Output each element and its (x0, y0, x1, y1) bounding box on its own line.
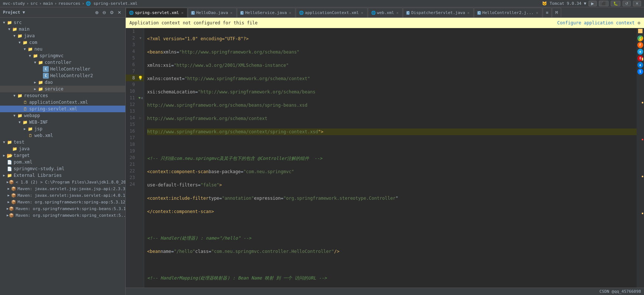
tree-item-dao[interactable]: ▶ 📁 dao (0, 79, 125, 86)
code-line-9 (147, 142, 637, 148)
tab-hello-dao[interactable]: C HelloDao.java ✕ (188, 8, 237, 17)
tab-close-hello-service[interactable]: ✕ (288, 11, 292, 15)
firefox-icon[interactable]: F (637, 42, 643, 48)
tab-close-hello-dao[interactable]: ✕ (230, 11, 233, 15)
tree-item-controller[interactable]: ▼ 📁 controller (0, 59, 125, 66)
pom-icon: 📄 (7, 159, 13, 165)
tree-item-webinf[interactable]: ▼ 📁 WEB-INF (0, 119, 125, 126)
tree-item-test[interactable]: ▼ 📁 test (0, 139, 125, 145)
code-line-13: <context:include-filter type="annotation… (147, 195, 637, 202)
tree-item-servlet-api[interactable]: ▶ 📦 Maven: javax.servlet:javax.servlet-a… (0, 192, 125, 199)
breadcrumb-bar: mvc-study › src › main › resources › 🌐 s… (0, 0, 644, 7)
lib-icon: 📦 (9, 212, 14, 218)
tab-close-spring-servlet[interactable]: ✕ (180, 11, 184, 15)
close-button[interactable]: ✕ (633, 1, 641, 6)
tree-item-service[interactable]: ▶ 📁 service (0, 86, 125, 92)
tab-webxml[interactable]: 🌐 web.xml ✕ (368, 8, 403, 17)
tree-item-java[interactable]: ▼ 📁 java (0, 32, 125, 39)
scroll-marker-2 (642, 176, 643, 177)
tab-spring-servlet[interactable]: 🌐 spring-servlet.xml ✕ (126, 8, 187, 17)
java-file-icon: C (43, 73, 49, 79)
tree-item-iml[interactable]: 📄 springmvc-study.iml (0, 165, 125, 172)
tree-item-src[interactable]: ▼ 📁 src (0, 19, 125, 26)
bulb-icon[interactable]: 💡 (138, 76, 143, 80)
tree-item-webapp[interactable]: ▼ 📁 webapp (0, 112, 125, 119)
breadcrumb-part: main (43, 1, 53, 6)
tab-hello-service[interactable]: C HelloService.java ✕ (237, 8, 295, 17)
tab-hello-controller2[interactable]: C HelloController2.j... ✕ (474, 8, 542, 17)
tree-label: test (14, 140, 24, 145)
tree-item-spring-servlet[interactable]: 🗒 spring-servlet.xml (0, 106, 125, 112)
sidebar-actions[interactable]: ⊕ ⊖ ⚙ ✕ (94, 10, 122, 16)
fold-close-icon[interactable]: ▷ (139, 116, 141, 120)
scroll-marker-warning (642, 58, 643, 61)
edge-icon[interactable]: e (637, 62, 643, 68)
folder-icon: 📁 (7, 20, 13, 25)
reload-button[interactable]: ↺ (623, 1, 631, 6)
lib-icon: 📦 (11, 192, 17, 198)
tab-close-webxml[interactable]: ✕ (396, 11, 399, 15)
tab-close-hello-controller2[interactable]: ✕ (535, 11, 539, 15)
warning-bar: Application context not configured for t… (126, 18, 644, 28)
safari-icon[interactable]: S (637, 69, 643, 75)
tree-item-spring-beans[interactable]: ▶ 📦 Maven: org.springframework:spring-be… (0, 205, 125, 212)
tree-label: applicationContext.xml (29, 100, 88, 105)
close-sidebar-icon[interactable]: ✕ (116, 10, 122, 16)
gutter-row-14: 14 ▷ (126, 114, 144, 121)
tree-item-main[interactable]: ▼ 📁 main (0, 26, 125, 32)
collapse-icon[interactable]: ⊖ (101, 10, 107, 16)
tab-label: HelloDao.java (196, 10, 228, 15)
add-icon[interactable]: ⊕ (94, 10, 100, 16)
tree-arrow: ▼ (1, 21, 7, 24)
folder-icon: 📁 (38, 86, 44, 92)
stop-button[interactable]: ⬛ (599, 1, 609, 6)
tree-item-jdk[interactable]: ▶ 📦 < 1.8 (2) > C:\Program Files\Java\jd… (0, 179, 125, 185)
tree-item-external-libs[interactable]: ▶ 📁 External Libraries (0, 172, 125, 179)
tree-item-hello-controller2[interactable]: C HelloController2 (0, 72, 125, 79)
fold-icon[interactable]: ▼ (139, 36, 141, 40)
tree-item-app-context[interactable]: 🗒 applicationContext.xml (0, 99, 125, 106)
tab-close-dispatcher[interactable]: ✕ (467, 11, 470, 15)
tree-label: < 1.8 (2) > C:\Program Files\Java\jdk1.8… (16, 180, 125, 185)
tree-item-spring-context[interactable]: ▶ 📦 Maven: org.springframework:spring_co… (0, 212, 125, 219)
tree-item-jsp[interactable]: ▶ 📁 jsp (0, 126, 125, 132)
tree-arrow (1, 167, 7, 171)
tree-item-com[interactable]: ▼ 📁 com (0, 39, 125, 46)
tree-item-target[interactable]: ▶ 📂 target (0, 152, 125, 159)
tree-item-webxml[interactable]: 🗒 web.xml (0, 132, 125, 139)
chrome-icon[interactable]: C (637, 35, 643, 41)
tab-overflow[interactable]: ≡ (543, 8, 552, 17)
tree-label: springmvc-study.iml (14, 166, 64, 171)
ie-icon[interactable]: e (637, 49, 643, 55)
run-button[interactable]: ▶ (589, 1, 597, 6)
gutter-row-1: 1 (126, 28, 144, 35)
gutter-row-21: 21 (126, 161, 144, 168)
tree-label: webapp (24, 113, 40, 118)
tree-item-resources[interactable]: ▼ 📁 resources (0, 92, 125, 99)
tree-arrow: ▶ (22, 127, 27, 131)
tab-app-context[interactable]: 🌐 applicationContext.xml ✕ (296, 8, 367, 17)
xml-file-icon: 🗒 (22, 99, 28, 105)
tree-item-jsp-api[interactable]: ▶ 📦 Maven: javax.servlet.jsp:javax.jsp-a… (0, 185, 125, 192)
tree-item-springmvc[interactable]: ▼ 📁 springmvc (0, 52, 125, 59)
code-content[interactable]: <?xml version="1.0" encoding="UTF-8"?> <… (144, 28, 637, 288)
settings-icon[interactable]: ⚙ (109, 10, 115, 16)
tree-arrow: ▶ (7, 193, 11, 197)
tree-item-test-java[interactable]: 📁 java (0, 145, 125, 152)
tree-item-hello-controller[interactable]: C HelloController (0, 66, 125, 72)
tab-close-app-context[interactable]: ✕ (360, 11, 364, 15)
tree-label: WEB-INF (29, 120, 48, 125)
tree-arrow: ▶ (1, 174, 7, 177)
code-line-6: http://www.springframework.org/schema/be… (147, 102, 637, 109)
tree-item-neu[interactable]: ▼ 📁 neu (0, 46, 125, 52)
gutter-row-11: 11 ▼ ◁ (126, 95, 144, 101)
code-line-16: <!-- Handler(处理器) : name="/hello" --> (147, 235, 637, 241)
tree-item-spring-aop[interactable]: ▶ 📦 Maven: org.springframework:spring-ao… (0, 199, 125, 205)
configure-link[interactable]: Configure application context (557, 20, 635, 25)
warning-gear-icon[interactable]: ⚙ (638, 20, 640, 25)
tree-item-pom[interactable]: 📄 pom.xml (0, 159, 125, 165)
tab-dispatcher[interactable]: C DispatcherServlet.java ✕ (403, 8, 474, 17)
tree-label: java (19, 146, 30, 151)
debug-button[interactable]: 🐛 (611, 1, 620, 6)
tab-m[interactable]: M (552, 8, 561, 17)
